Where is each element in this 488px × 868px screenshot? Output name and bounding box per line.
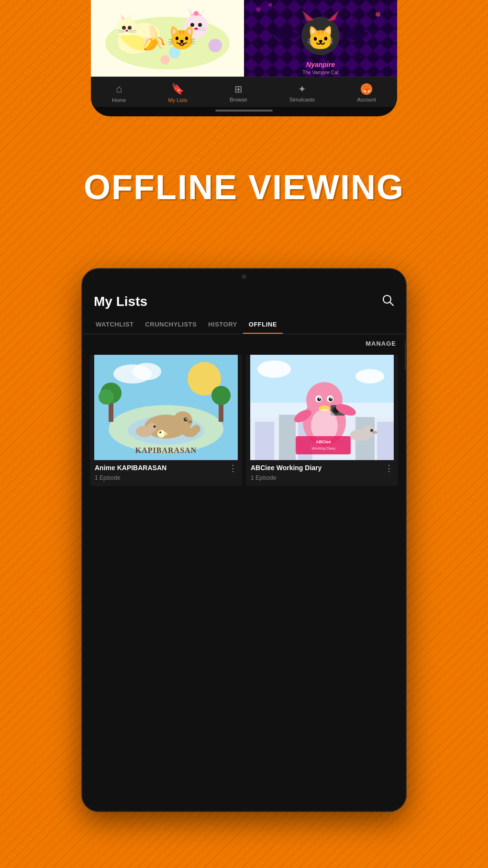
account-icon: 🦊 — [361, 83, 372, 95]
top-anime-grid: Nyanpire The Vampire Cat — [91, 0, 397, 77]
svg-rect-82 — [377, 422, 394, 460]
svg-point-19 — [194, 28, 198, 30]
offline-title: OFFLINE VIEWING — [84, 168, 404, 207]
svg-rect-78 — [255, 422, 274, 460]
nav-label-account: Account — [357, 97, 376, 102]
kapibarasan-artwork: KAPIBARASAN — [90, 355, 242, 460]
tab-history[interactable]: HISTORY — [202, 315, 243, 334]
svg-point-25 — [169, 47, 180, 58]
svg-point-31 — [256, 7, 261, 12]
svg-point-24 — [194, 11, 199, 16]
svg-point-83 — [257, 361, 291, 378]
svg-marker-43 — [316, 43, 320, 48]
bottom-phone: My Lists WATCHLIST CRUNCHYLISTS HISTORY … — [81, 268, 407, 812]
svg-point-18 — [198, 23, 202, 27]
nav-label-home: Home — [112, 97, 126, 103]
search-icon — [382, 294, 394, 306]
svg-text:The Vampire Cat: The Vampire Cat — [303, 70, 339, 75]
search-button[interactable] — [382, 294, 394, 309]
svg-text:Working Diary: Working Diary — [311, 446, 335, 451]
lists-title: My Lists — [94, 294, 147, 309]
svg-point-26 — [160, 55, 170, 65]
svg-point-42 — [325, 33, 330, 38]
svg-line-48 — [390, 302, 393, 305]
svg-point-64 — [188, 420, 192, 423]
svg-point-17 — [190, 23, 194, 27]
svg-point-32 — [268, 3, 272, 7]
svg-point-33 — [376, 12, 380, 17]
svg-line-20 — [187, 28, 194, 29]
svg-point-104 — [372, 431, 377, 434]
kapibarasan-more-button[interactable]: ⋮ — [229, 464, 237, 473]
nav-label-browse: Browse — [230, 97, 247, 102]
manage-button[interactable]: MANAGE — [366, 340, 396, 347]
svg-point-7 — [122, 26, 126, 30]
anime-thumb-right: Nyanpire The Vampire Cat — [244, 0, 397, 77]
tab-watchlist[interactable]: WATCHLIST — [90, 315, 139, 334]
anime-card-abciee[interactable]: ABCiee Working Diary ABCiee Working Diar… — [246, 355, 398, 486]
svg-point-14 — [184, 14, 208, 38]
svg-point-52 — [133, 363, 161, 380]
nav-item-my-lists[interactable]: 🔖 My Lists — [168, 83, 188, 103]
home-indicator — [215, 110, 273, 112]
svg-point-92 — [319, 398, 321, 399]
svg-point-27 — [209, 39, 222, 52]
content-grid: KAPIBARASAN Anime KAPIBARASAN ⋮ 1 Episod… — [82, 351, 406, 494]
phone-notch — [82, 269, 406, 284]
svg-point-34 — [301, 17, 340, 55]
abciee-info: ABCiee Working Diary ⋮ — [246, 460, 398, 474]
svg-text:Nyanpire: Nyanpire — [306, 61, 335, 68]
svg-point-67 — [154, 426, 156, 428]
offline-section: OFFLINE VIEWING — [0, 153, 488, 221]
abciee-artwork: ABCiee Working Diary — [246, 355, 398, 460]
phone-side-button — [405, 341, 407, 370]
svg-point-69 — [192, 425, 200, 433]
svg-point-9 — [125, 30, 128, 32]
abciee-thumb: ABCiee Working Diary — [246, 355, 398, 460]
anime-thumb-right-svg: Nyanpire The Vampire Cat — [244, 0, 397, 77]
svg-rect-105 — [296, 436, 351, 454]
top-phone: Nyanpire The Vampire Cat ⌂ Home 🔖 My Lis… — [91, 0, 397, 116]
svg-marker-44 — [322, 43, 326, 48]
home-bar — [91, 107, 397, 116]
abciee-episodes: 1 Episode — [246, 474, 398, 486]
svg-rect-79 — [279, 415, 296, 460]
nav-label-simulcasts: Simulcasts — [289, 97, 315, 102]
nav-item-browse[interactable]: ⊞ Browse — [230, 83, 247, 102]
nav-item-home[interactable]: ⌂ Home — [112, 83, 126, 103]
nav-item-simulcasts[interactable]: ✦ Simulcasts — [289, 83, 315, 102]
tab-crunchylists[interactable]: CRUNCHYLISTS — [139, 315, 202, 334]
home-icon: ⌂ — [116, 83, 122, 95]
abciee-title: ABCiee Working Diary — [251, 464, 383, 472]
svg-point-93 — [331, 398, 332, 399]
svg-point-84 — [355, 369, 384, 383]
svg-point-59 — [211, 386, 231, 405]
svg-point-8 — [128, 26, 132, 30]
manage-row: MANAGE — [82, 334, 406, 351]
tab-offline[interactable]: OFFLINE — [243, 315, 283, 334]
browse-icon: ⊞ — [234, 83, 243, 95]
top-nav-bar: ⌂ Home 🔖 My Lists ⊞ Browse ✦ Simulcasts … — [91, 77, 397, 107]
nav-item-account[interactable]: 🦊 Account — [357, 83, 376, 102]
svg-text:ABCiee: ABCiee — [316, 440, 331, 444]
simulcasts-icon: ✦ — [298, 83, 306, 95]
svg-point-57 — [99, 389, 114, 405]
phone-screen: My Lists WATCHLIST CRUNCHYLISTS HISTORY … — [82, 284, 406, 811]
kapibarasan-thumb: KAPIBARASAN — [90, 355, 242, 460]
anime-thumb-left-svg — [91, 0, 244, 77]
anime-thumb-left — [91, 0, 244, 77]
svg-point-63 — [186, 418, 187, 420]
kapibarasan-title: Anime KAPIBARASAN — [95, 464, 227, 472]
abciee-more-button[interactable]: ⋮ — [385, 464, 393, 473]
bookmark-icon: 🔖 — [171, 83, 184, 95]
tabs-row: WATCHLIST CRUNCHYLISTS HISTORY OFFLINE — [82, 315, 406, 334]
camera-dot — [242, 274, 246, 279]
svg-point-41 — [313, 33, 318, 38]
lists-header: My Lists — [82, 284, 406, 315]
nav-label-my-lists: My Lists — [168, 97, 188, 103]
svg-point-39 — [311, 31, 319, 38]
anime-card-kapibarasan[interactable]: KAPIBARASAN Anime KAPIBARASAN ⋮ 1 Episod… — [90, 355, 242, 486]
svg-text:KAPIBARASAN: KAPIBARASAN — [135, 446, 197, 454]
svg-point-40 — [322, 31, 330, 38]
kapibarasan-episodes: 1 Episode — [90, 474, 242, 486]
